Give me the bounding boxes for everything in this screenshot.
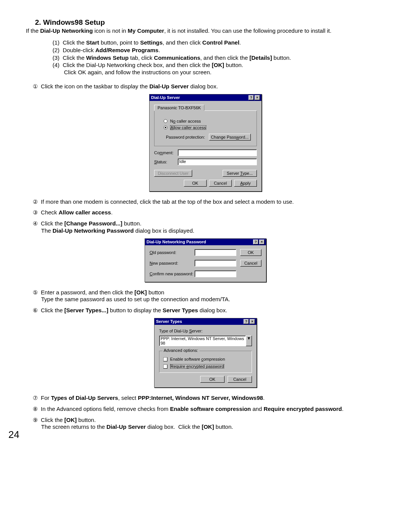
- cancel-button[interactable]: Cancel: [209, 180, 232, 187]
- step-4: ④ Click the [Change Password...] button.…: [26, 220, 388, 235]
- figure-password: Dial-Up Networking Password ? × Old pass…: [23, 238, 388, 282]
- server-type-button[interactable]: Server Type...: [223, 170, 257, 177]
- cancel-button[interactable]: Cancel: [228, 376, 252, 383]
- checkbox-encrypted-password[interactable]: [163, 364, 167, 369]
- help-icon[interactable]: ?: [253, 240, 258, 244]
- dlg1-titlebar[interactable]: Dial-Up Server ? ×: [150, 94, 261, 101]
- install-steps: (1) Click the Start button, point to Set…: [53, 39, 388, 76]
- new-password-input[interactable]: [194, 260, 236, 267]
- step-2: ② If more than one modem is connected, c…: [26, 198, 388, 206]
- radio-allow-access[interactable]: [164, 126, 167, 129]
- modem-tab[interactable]: Panasonic TO-BXF56K: [154, 105, 204, 111]
- comment-input[interactable]: [178, 149, 257, 156]
- cancel-button[interactable]: Cancel: [240, 260, 261, 267]
- step-8: ⑧ In the Advanced options field, remove …: [26, 406, 388, 413]
- dlg3-titlebar[interactable]: Server Types ? ×: [155, 318, 256, 325]
- close-icon[interactable]: ×: [250, 319, 255, 324]
- figure-dialup-server: Dial-Up Server ? × Panasonic TO-BXF56K N…: [23, 94, 388, 192]
- section-heading: 2. Windows98 Setup: [35, 18, 388, 27]
- step-9: ⑨ Click the [OK] button. The screen retu…: [26, 417, 388, 431]
- step-7: ⑦ For Types of Dial-Up Servers, select P…: [26, 395, 388, 402]
- help-icon[interactable]: ?: [244, 319, 249, 324]
- intro-text: If the Dial-Up Networking icon is not in…: [26, 27, 388, 34]
- apply-button[interactable]: Apply: [234, 180, 257, 187]
- step-6: ⑥ Click the [Server Types...] button to …: [26, 307, 388, 314]
- page-number: 24: [8, 429, 19, 441]
- checkbox-soft-compression[interactable]: [163, 357, 167, 361]
- disconnect-user-button: Disconnect User: [154, 170, 192, 177]
- help-icon[interactable]: ?: [249, 95, 254, 100]
- confirm-password-input[interactable]: [194, 270, 236, 277]
- close-icon[interactable]: ×: [255, 95, 260, 100]
- ok-button[interactable]: OK: [200, 376, 225, 383]
- close-icon[interactable]: ×: [259, 240, 264, 244]
- step-1: ① Click the icon on the taskbar to displ…: [26, 83, 388, 90]
- figure-server-types: Server Types ? × Type of Dial-Up Server:…: [23, 318, 388, 388]
- old-password-input[interactable]: [194, 249, 236, 256]
- step-5: ⑤ Enter a password, and then click the […: [26, 289, 388, 304]
- ok-button[interactable]: OK: [184, 180, 207, 187]
- ok-button[interactable]: OK: [240, 249, 261, 256]
- change-password-button[interactable]: Change Password...: [209, 134, 251, 141]
- dropdown-icon[interactable]: ▼: [246, 335, 252, 346]
- dlg2-titlebar[interactable]: Dial-Up Networking Password ? ×: [145, 239, 266, 245]
- server-type-select[interactable]: PPP: Internet, Windows NT Server, Window…: [159, 335, 246, 346]
- status-value: Idle: [178, 158, 257, 165]
- step-3: ③ Check Allow caller access.: [26, 209, 388, 216]
- radio-no-access[interactable]: [164, 119, 167, 123]
